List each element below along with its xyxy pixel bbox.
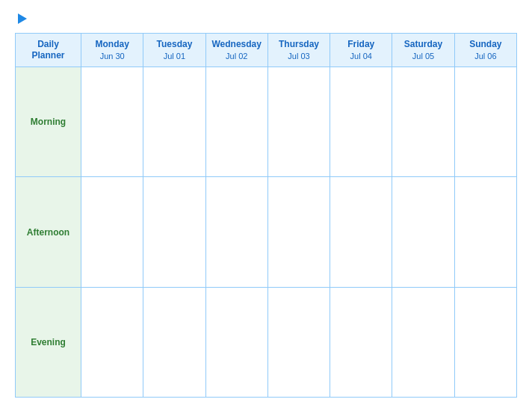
table-row-evening: Evening	[16, 287, 517, 397]
logo-area	[15, 13, 27, 24]
cell-morning-friday[interactable]	[330, 67, 392, 177]
day-header-friday: FridayJul 04	[330, 34, 392, 67]
day-header-tuesday: TuesdayJul 01	[143, 34, 205, 67]
cell-evening-saturday[interactable]	[392, 287, 454, 397]
cell-afternoon-friday[interactable]	[330, 177, 392, 287]
table-corner-header: DailyPlanner	[16, 34, 81, 67]
cell-morning-tuesday[interactable]	[143, 67, 205, 177]
table-row-morning: Morning	[16, 67, 517, 177]
day-header-saturday: SaturdayJul 05	[392, 34, 454, 67]
cell-afternoon-sunday[interactable]	[454, 177, 516, 287]
row-label-morning: Morning	[16, 67, 81, 177]
cell-morning-monday[interactable]	[81, 67, 143, 177]
day-header-thursday: ThursdayJul 03	[267, 34, 330, 67]
logo-blue-text	[15, 13, 27, 24]
day-header-wednesday: WednesdayJul 02	[205, 34, 267, 67]
planner-table: DailyPlanner MondayJun 30TuesdayJul 01We…	[15, 33, 517, 398]
day-header-sunday: SundayJul 06	[454, 34, 516, 67]
logo-arrow-icon	[18, 13, 27, 24]
cell-morning-wednesday[interactable]	[205, 67, 267, 177]
row-label-evening: Evening	[16, 287, 81, 397]
cell-afternoon-wednesday[interactable]	[205, 177, 267, 287]
cell-afternoon-saturday[interactable]	[392, 177, 454, 287]
day-header-monday: MondayJun 30	[81, 34, 143, 67]
cell-evening-sunday[interactable]	[454, 287, 516, 397]
cell-afternoon-thursday[interactable]	[267, 177, 330, 287]
row-label-afternoon: Afternoon	[16, 177, 81, 287]
table-row-afternoon: Afternoon	[16, 177, 517, 287]
cell-evening-tuesday[interactable]	[143, 287, 205, 397]
cell-afternoon-monday[interactable]	[81, 177, 143, 287]
cell-evening-friday[interactable]	[330, 287, 392, 397]
cell-evening-monday[interactable]	[81, 287, 143, 397]
cell-evening-thursday[interactable]	[267, 287, 330, 397]
cell-morning-saturday[interactable]	[392, 67, 454, 177]
cell-afternoon-tuesday[interactable]	[143, 177, 205, 287]
cell-morning-thursday[interactable]	[267, 67, 330, 177]
table-header-row: DailyPlanner MondayJun 30TuesdayJul 01We…	[16, 34, 517, 67]
cell-morning-sunday[interactable]	[454, 67, 516, 177]
cell-evening-wednesday[interactable]	[205, 287, 267, 397]
page-header	[15, 13, 517, 24]
